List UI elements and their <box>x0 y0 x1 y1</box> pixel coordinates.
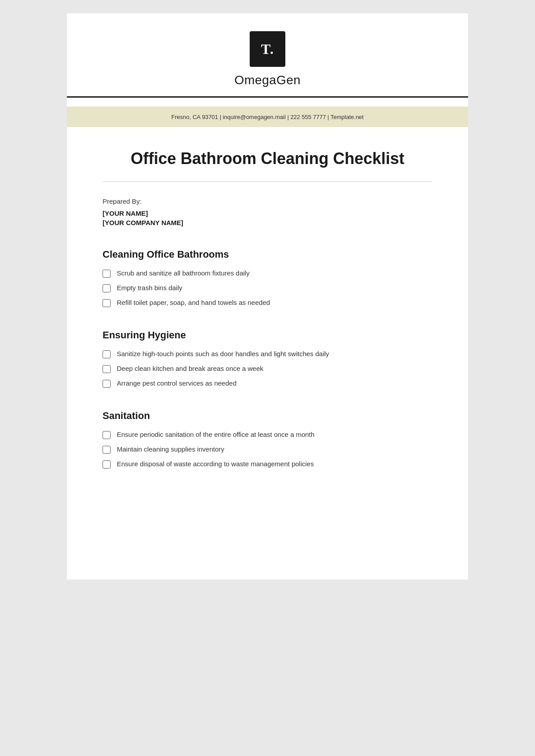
list-item: Empty trash bins daily <box>103 284 432 292</box>
contact-bar: Fresno, CA 93701 | inquire@omegagen.mail… <box>67 107 468 127</box>
checkbox[interactable] <box>103 365 111 373</box>
list-item: Refill toilet paper, soap, and hand towe… <box>103 299 432 307</box>
prepared-by-label: Prepared By: <box>103 197 432 205</box>
checkbox[interactable] <box>103 299 111 307</box>
list-item-text: Arrange pest control services as needed <box>117 379 236 387</box>
section-title-3: Sanitation <box>103 410 432 422</box>
list-item: Ensure disposal of waste according to wa… <box>103 460 432 468</box>
title-divider <box>103 181 432 182</box>
list-item-text: Ensure disposal of waste according to wa… <box>117 460 314 468</box>
contact-info: Fresno, CA 93701 | inquire@omegagen.mail… <box>171 114 363 120</box>
list-item-text: Deep clean kitchen and break areas once … <box>117 365 263 372</box>
checklist-2: Sanitize high-touch points such as door … <box>103 350 432 388</box>
section-2: Ensuring HygieneSanitize high-touch poin… <box>103 329 432 388</box>
checklist-3: Ensure periodic sanitation of the entire… <box>103 431 432 468</box>
checkbox[interactable] <box>103 270 111 278</box>
list-item: Sanitize high-touch points such as door … <box>103 350 432 358</box>
logo-box: T. <box>250 31 285 67</box>
checkbox[interactable] <box>103 284 111 292</box>
list-item: Scrub and sanitize all bathroom fixtures… <box>103 269 432 278</box>
section-1: Cleaning Office BathroomsScrub and sanit… <box>103 249 432 307</box>
list-item-text: Sanitize high-touch points such as door … <box>117 350 329 357</box>
list-item-text: Empty trash bins daily <box>117 284 182 292</box>
list-item-text: Scrub and sanitize all bathroom fixtures… <box>117 269 250 277</box>
sections-container: Cleaning Office BathroomsScrub and sanit… <box>103 249 432 468</box>
checkbox[interactable] <box>103 431 111 439</box>
top-divider <box>67 96 468 98</box>
section-title-2: Ensuring Hygiene <box>103 329 432 341</box>
list-item: Deep clean kitchen and break areas once … <box>103 365 432 373</box>
main-content: Office Bathroom Cleaning Checklist Prepa… <box>67 127 468 579</box>
doc-title: Office Bathroom Cleaning Checklist <box>103 149 432 168</box>
prepared-company: [YOUR COMPANY NAME] <box>103 219 432 226</box>
logo-text: T. <box>261 41 274 58</box>
company-name: OmegaGen <box>235 73 301 87</box>
list-item-text: Ensure periodic sanitation of the entire… <box>117 431 314 438</box>
list-item-text: Refill toilet paper, soap, and hand towe… <box>117 299 270 306</box>
list-item-text: Maintain cleaning supplies inventory <box>117 445 224 453</box>
prepared-name: [YOUR NAME] <box>103 210 432 217</box>
checklist-1: Scrub and sanitize all bathroom fixtures… <box>103 269 432 307</box>
header: T. OmegaGen <box>67 13 468 107</box>
list-item: Ensure periodic sanitation of the entire… <box>103 431 432 439</box>
checkbox[interactable] <box>103 460 111 468</box>
checkbox[interactable] <box>103 446 111 454</box>
section-title-1: Cleaning Office Bathrooms <box>103 249 432 260</box>
page: T. OmegaGen Fresno, CA 93701 | inquire@o… <box>67 13 468 579</box>
list-item: Maintain cleaning supplies inventory <box>103 445 432 454</box>
checkbox[interactable] <box>103 380 111 388</box>
checkbox[interactable] <box>103 350 111 358</box>
prepared-section: Prepared By: [YOUR NAME] [YOUR COMPANY N… <box>103 197 432 226</box>
section-3: SanitationEnsure periodic sanitation of … <box>103 410 432 468</box>
list-item: Arrange pest control services as needed <box>103 379 432 388</box>
